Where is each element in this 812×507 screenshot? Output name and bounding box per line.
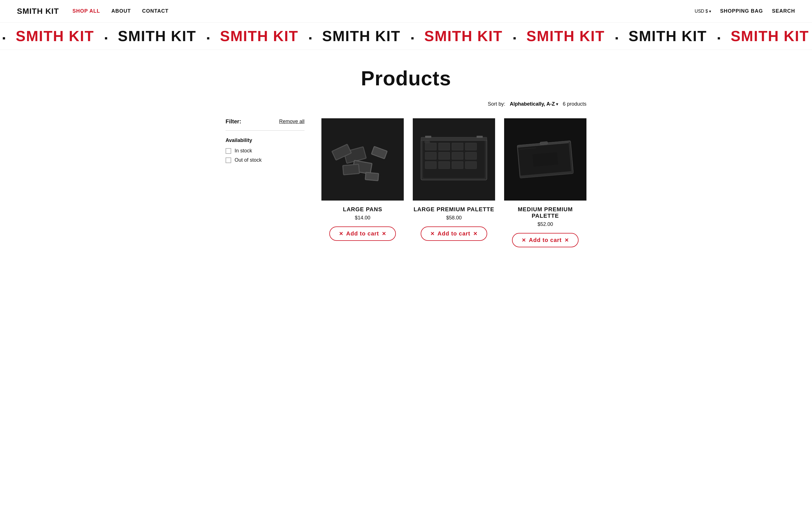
sort-bar: Sort by: Alphabetically, A-Z 6 products: [225, 101, 587, 107]
svg-rect-29: [452, 161, 463, 169]
nav-left: SMITH KIT SHOP ALL ABOUT CONTACT: [17, 7, 168, 16]
add-to-cart-label-large-palette: Add to cart: [438, 230, 470, 237]
filter-header: Filter: Remove all: [225, 118, 305, 125]
currency-selector[interactable]: USD $ ▾: [695, 9, 711, 14]
marquee-item: SMITH KIT: [118, 27, 196, 45]
out-of-stock-checkbox[interactable]: [225, 158, 231, 163]
svg-rect-37: [540, 142, 548, 145]
svg-rect-25: [452, 152, 463, 159]
marquee-item: SMITH KIT: [220, 27, 298, 45]
chevron-down-icon: ▾: [709, 9, 711, 13]
product-name-large-pans: LARGE PANS: [343, 206, 382, 213]
add-to-cart-label-medium-palette: Add to cart: [529, 237, 562, 243]
marquee-item: SMITH KIT: [628, 27, 707, 45]
marquee-sep: ▪: [309, 33, 312, 43]
marquee-sep: ▪: [615, 33, 618, 43]
product-price-large-palette: $58.00: [446, 215, 462, 221]
product-price-medium-palette: $52.00: [538, 221, 553, 227]
add-to-cart-large-pans[interactable]: ✕ Add to cart ✕: [329, 226, 396, 241]
svg-rect-24: [439, 152, 450, 159]
currency-label: USD $: [695, 9, 708, 14]
marquee-item: SMITH KIT: [526, 27, 605, 45]
out-of-stock-label: Out of stock: [235, 157, 262, 163]
svg-rect-28: [439, 161, 450, 169]
medium-palette-illustration: [504, 118, 587, 201]
out-of-stock-filter[interactable]: Out of stock: [225, 157, 305, 163]
marquee-item: SMITH KIT: [424, 27, 503, 45]
nav-about[interactable]: ABOUT: [111, 8, 131, 14]
product-image-large-palette[interactable]: [413, 118, 495, 201]
svg-rect-38: [532, 152, 558, 166]
remove-all-button[interactable]: Remove all: [279, 119, 305, 124]
product-price-large-pans: $14.00: [355, 215, 370, 221]
svg-rect-22: [465, 143, 476, 151]
marquee-item: SMITH KIT: [730, 27, 809, 45]
availability-title: Availability: [225, 137, 305, 144]
product-name-medium-palette: MEDIUM PREMIUM PALETTE: [504, 206, 587, 219]
in-stock-filter[interactable]: In stock: [225, 148, 305, 154]
add-to-cart-medium-palette[interactable]: ✕ Add to cart ✕: [512, 233, 579, 247]
product-image-large-pans[interactable]: [321, 118, 404, 201]
marquee-sep: ▪: [513, 33, 516, 43]
svg-rect-30: [465, 161, 476, 169]
nav-right: USD $ ▾ SHOPPING BAG SEARCH: [695, 8, 795, 14]
marquee-item: SMITH KIT: [322, 27, 401, 45]
sidebar: Filter: Remove all Availability In stock…: [225, 118, 305, 166]
add-to-cart-large-palette[interactable]: ✕ Add to cart ✕: [421, 226, 488, 241]
in-stock-label: In stock: [235, 148, 252, 154]
sort-select-wrap[interactable]: Alphabetically, A-Z: [510, 101, 558, 107]
cart-icon-left: ✕: [430, 231, 435, 237]
svg-rect-19: [425, 143, 437, 151]
marquee-inner: ▪ SMITH KIT ▪ SMITH KIT ▪ SMITH KIT ▪ SM…: [0, 27, 812, 45]
product-name-large-palette: LARGE PREMIUM PALETTE: [414, 206, 494, 213]
shopping-bag-link[interactable]: SHOPPING BAG: [720, 8, 763, 14]
nav-links: SHOP ALL ABOUT CONTACT: [72, 8, 168, 14]
nav-shop-all[interactable]: SHOP ALL: [72, 8, 100, 14]
marquee-banner: ▪ SMITH KIT ▪ SMITH KIT ▪ SMITH KIT ▪ SM…: [0, 22, 812, 50]
svg-rect-20: [439, 143, 450, 151]
search-link[interactable]: SEARCH: [772, 8, 795, 14]
large-pans-illustration: [321, 118, 404, 201]
cart-icon-right: ✕: [382, 231, 386, 237]
svg-rect-12: [366, 173, 378, 180]
product-card-large-pans: LARGE PANS $14.00 ✕ Add to cart ✕: [321, 118, 404, 247]
product-grid: LARGE PANS $14.00 ✕ Add to cart ✕: [321, 118, 587, 247]
large-palette-illustration: [413, 118, 495, 201]
cart-icon-right: ✕: [473, 231, 477, 237]
content-wrap: Filter: Remove all Availability In stock…: [225, 118, 587, 247]
svg-rect-27: [425, 161, 437, 169]
svg-point-31: [424, 141, 430, 144]
svg-rect-18: [476, 136, 483, 138]
marquee-sep: ▪: [717, 33, 720, 43]
product-card-medium-palette: MEDIUM PREMIUM PALETTE $52.00 ✕ Add to c…: [504, 118, 587, 247]
logo[interactable]: SMITH KIT: [17, 7, 59, 16]
product-count: 6 products: [563, 101, 587, 107]
sidebar-divider: [225, 130, 305, 131]
svg-rect-21: [452, 143, 463, 151]
marquee-sep: ▪: [104, 33, 107, 43]
marquee-item: SMITH KIT: [16, 27, 94, 45]
product-card-large-palette: LARGE PREMIUM PALETTE $58.00 ✕ Add to ca…: [413, 118, 495, 247]
product-image-medium-palette[interactable]: [504, 118, 587, 201]
sort-label: Sort by:: [488, 101, 505, 107]
page-title: Products: [6, 67, 806, 90]
navbar: SMITH KIT SHOP ALL ABOUT CONTACT USD $ ▾…: [0, 0, 812, 22]
sort-value: Alphabetically, A-Z: [510, 101, 555, 107]
svg-rect-6: [343, 165, 359, 174]
cart-icon-right: ✕: [564, 237, 569, 243]
svg-rect-26: [465, 152, 476, 159]
svg-rect-17: [425, 136, 432, 138]
main-content: Sort by: Alphabetically, A-Z 6 products …: [209, 101, 603, 270]
nav-contact[interactable]: CONTACT: [142, 8, 168, 14]
filter-label: Filter:: [225, 118, 241, 125]
add-to-cart-label-large-pans: Add to cart: [346, 230, 379, 237]
marquee-sep: ▪: [411, 33, 414, 43]
page-title-section: Products: [0, 50, 812, 101]
svg-rect-23: [425, 152, 437, 159]
in-stock-checkbox[interactable]: [225, 148, 231, 154]
cart-icon-left: ✕: [339, 231, 343, 237]
marquee-sep: ▪: [2, 33, 5, 43]
marquee-sep: ▪: [206, 33, 209, 43]
cart-icon-left: ✕: [522, 237, 526, 243]
